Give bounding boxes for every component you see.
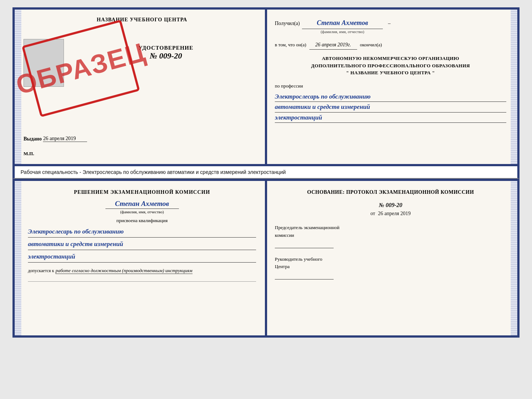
profession-line1: Электрослесарь по обслуживанию <box>275 93 371 100</box>
profession-value2: автоматики и средств измерений <box>275 102 506 112</box>
allowed-text-block: допускается к работе согласно должностны… <box>28 268 256 274</box>
date-prefix: от <box>370 211 375 216</box>
issued-label: Выдано <box>24 136 42 142</box>
certificate-book: НАЗВАНИЕ УЧЕБНОГО ЦЕНТРА УДОСТОВЕРЕНИЕ №… <box>12 7 520 166</box>
org-text: АВТОНОМНУЮ НЕКОММЕРЧЕСКУЮ ОРГАНИЗАЦИЮ ДО… <box>275 55 506 76</box>
org-line2: ДОПОЛНИТЕЛЬНОГО ПРОФЕССИОНАЛЬНОГО ОБРАЗО… <box>275 62 506 70</box>
qual-values: Электрослесарь по обслуживанию автоматик… <box>28 227 256 263</box>
protocol-number: № 009-20 <box>275 202 506 209</box>
date-value: 26 апреля 2019 <box>378 211 411 216</box>
director-block: Руководитель учебного Центра <box>275 256 506 280</box>
chairman-line2: комиссии <box>275 232 506 239</box>
received-line: Получил(а) Степан Ахметов (фамилия, имя,… <box>275 17 506 36</box>
resolution-text: Решением экзаменационной комиссии <box>28 188 256 196</box>
protocol-date: от 26 апреля 2019 <box>275 211 506 217</box>
chairman-line1: Председатель экзаменационной <box>275 224 506 232</box>
qual-right-page: Основание: протокол экзаменационной коми… <box>266 181 517 335</box>
cert-title: НАЗВАНИЕ УЧЕБНОГО ЦЕНТРА <box>28 17 256 23</box>
chairman-sign-line <box>275 241 334 248</box>
cert-label: УДОСТОВЕРЕНИЕ <box>76 45 256 51</box>
director-line1: Руководитель учебного <box>275 256 506 263</box>
person-name-large: Степан Ахметов <box>28 200 256 208</box>
qualification-book: Решением экзаменационной комиссии Степан… <box>12 179 520 338</box>
osnov-text: Основание: протокол экзаменационной коми… <box>275 188 506 196</box>
cert-number-block: УДОСТОВЕРЕНИЕ № 009-20 <box>76 45 256 61</box>
photo-placeholder <box>24 39 64 87</box>
vtom-line: в том, что он(а) 26 апреля 2019г. окончи… <box>275 40 506 50</box>
qual-right-decoration <box>511 181 517 335</box>
dash-after-name: – <box>388 19 391 28</box>
director-sign-line <box>275 272 334 279</box>
cert-issued-block: Выдано 26 апреля 2019 <box>24 136 256 142</box>
cert-number: № 009-20 <box>76 51 256 61</box>
profession-value3: электростанций <box>275 113 506 123</box>
cert-number-value: 009-20 <box>159 51 182 60</box>
vtom-suffix: окончил(а) <box>360 40 382 49</box>
qual-line2: автоматики и средств измерений <box>28 239 256 250</box>
separator-line: Рабочая специальность - Электрослесарь п… <box>12 166 520 179</box>
protocol-num-value: 009-20 <box>386 202 402 208</box>
issued-date: 26 апреля 2019 <box>43 136 87 142</box>
vtom-prefix: в том, что он(а) <box>275 40 306 49</box>
received-name: Степан Ахметов <box>302 17 383 29</box>
fio-label-center: (фамилия, имя, отчество) <box>105 209 179 214</box>
profession-section: по профессии Электрослесарь по обслужива… <box>275 82 506 123</box>
profession-line2: автоматики и средств измерений <box>275 103 370 110</box>
profession-value: Электрослесарь по обслуживанию <box>275 92 506 102</box>
fio-sublabel: (фамилия, имя, отчество) <box>302 28 383 36</box>
qualification-assigned: присвоена квалификация <box>28 218 256 224</box>
cert-right-page: Получил(а) Степан Ахметов (фамилия, имя,… <box>266 10 517 164</box>
qual-line1: Электрослесарь по обслуживанию <box>28 227 256 238</box>
profession-line3: электростанций <box>275 114 322 121</box>
right-top-section: Получил(а) Степан Ахметов (фамилия, имя,… <box>275 17 506 123</box>
allowed-prefix: допускается к <box>28 268 54 274</box>
org-line3: " НАЗВАНИЕ УЧЕБНОГО ЦЕНТРА " <box>275 69 506 76</box>
qual-left-page: Решением экзаменационной комиссии Степан… <box>15 181 266 335</box>
mp-label: М.П. <box>24 151 34 157</box>
cert-left-page: НАЗВАНИЕ УЧЕБНОГО ЦЕНТРА УДОСТОВЕРЕНИЕ №… <box>15 10 266 164</box>
received-label: Получил(а) <box>275 19 300 28</box>
vtom-date: 26 апреля 2019г. <box>309 40 357 50</box>
director-line2: Центра <box>275 263 506 271</box>
right-decoration <box>511 10 517 164</box>
separator-text: Рабочая специальность - Электрослесарь п… <box>21 169 286 175</box>
document-wrapper: НАЗВАНИЕ УЧЕБНОГО ЦЕНТРА УДОСТОВЕРЕНИЕ №… <box>12 7 520 338</box>
cert-number-prefix: № <box>150 51 157 60</box>
qual-line3: электростанций <box>28 252 256 263</box>
profession-label: по профессии <box>275 82 506 90</box>
protocol-prefix: № <box>379 202 384 208</box>
chairman-block: Председатель экзаменационной комиссии <box>275 224 506 248</box>
org-line1: АВТОНОМНУЮ НЕКОММЕРЧЕСКУЮ ОРГАНИЗАЦИЮ <box>275 55 506 62</box>
allowed-work: работе согласно должностным (производств… <box>55 268 192 274</box>
